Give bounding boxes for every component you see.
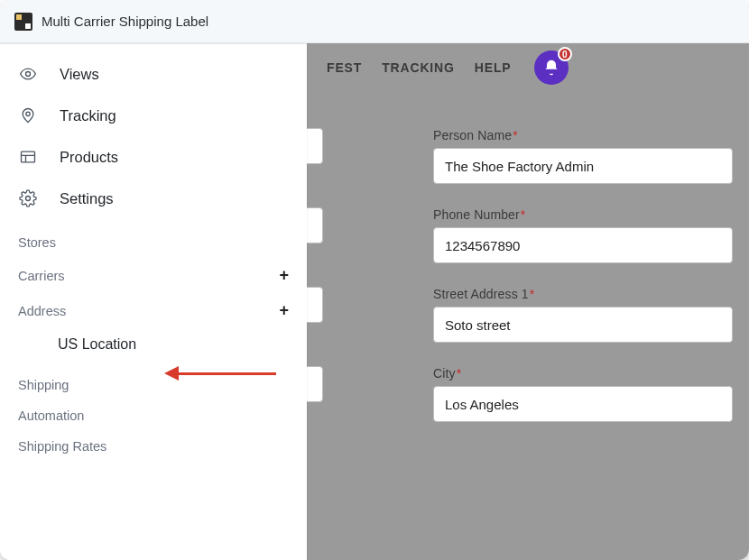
sidebar-section-shipping-rates[interactable]: Shipping Rates xyxy=(0,430,307,461)
required-mark: * xyxy=(513,128,518,142)
input-street-address-1[interactable] xyxy=(433,307,733,343)
sidebar-item-label: Settings xyxy=(60,190,114,207)
label-city: City* xyxy=(433,366,733,381)
section-label: Shipping xyxy=(18,378,69,392)
add-address-button[interactable]: + xyxy=(279,301,289,320)
input-person-name[interactable] xyxy=(433,148,733,184)
label-street-address-1: Street Address 1* xyxy=(433,287,733,301)
section-label: Shipping Rates xyxy=(18,439,106,454)
sidebar-main-nav: Views Tracking Products xyxy=(0,53,307,219)
bell-icon xyxy=(542,59,560,77)
app-window: Multi Carrier Shipping Label FEST TRACKI… xyxy=(0,0,749,560)
svg-point-0 xyxy=(26,72,31,77)
sidebar: Views Tracking Products xyxy=(0,43,307,560)
section-label: Automation xyxy=(18,409,84,423)
annotation-arrow-icon xyxy=(164,366,276,381)
svg-rect-2 xyxy=(22,151,35,162)
sidebar-section-address[interactable]: Address + xyxy=(0,292,307,327)
label-person-name: Person Name* xyxy=(433,128,733,142)
sidebar-section-stores[interactable]: Stores xyxy=(0,226,307,257)
sidebar-item-products[interactable]: Products xyxy=(0,136,307,178)
section-label: Address xyxy=(18,304,66,318)
gear-icon xyxy=(18,189,38,207)
nav-item-help[interactable]: HELP xyxy=(475,60,512,75)
notifications-badge: 0 xyxy=(558,47,572,61)
sidebar-item-tracking[interactable]: Tracking xyxy=(0,95,307,136)
input-city[interactable] xyxy=(433,386,733,422)
pin-icon xyxy=(18,106,38,124)
sidebar-item-us-location[interactable]: US Location xyxy=(0,327,307,362)
label-phone-number: Phone Number* xyxy=(433,207,733,222)
add-carrier-button[interactable]: + xyxy=(279,266,289,285)
svg-point-1 xyxy=(26,112,30,115)
sidebar-section-carriers[interactable]: Carriers + xyxy=(0,257,307,292)
notifications-button[interactable]: 0 xyxy=(534,50,569,85)
sidebar-item-settings[interactable]: Settings xyxy=(0,178,307,219)
sidebar-item-label: Tracking xyxy=(60,107,116,124)
svg-point-5 xyxy=(26,197,31,201)
top-nav: FEST TRACKING HELP 0 xyxy=(307,43,749,92)
eye-icon xyxy=(18,65,38,83)
section-label: Stores xyxy=(18,235,56,250)
layout-icon xyxy=(18,148,38,166)
required-mark: * xyxy=(530,287,535,301)
titlebar: Multi Carrier Shipping Label xyxy=(0,0,749,43)
sidebar-section-automation[interactable]: Automation xyxy=(0,399,307,430)
input-phone-number[interactable] xyxy=(433,227,733,263)
content-overlay: FEST TRACKING HELP 0 Person Name* xyxy=(307,43,749,560)
section-label: Carriers xyxy=(18,269,65,283)
nav-item-fest[interactable]: FEST xyxy=(327,60,362,75)
address-form: Person Name* Phone Number* xyxy=(307,92,749,422)
sidebar-item-label: Views xyxy=(60,66,99,83)
sidebar-item-views[interactable]: Views xyxy=(0,53,307,95)
required-mark: * xyxy=(521,207,526,222)
required-mark: * xyxy=(457,366,462,381)
sidebar-item-label: Products xyxy=(60,149,118,166)
app-body: FEST TRACKING HELP 0 Person Name* xyxy=(0,43,749,560)
app-title: Multi Carrier Shipping Label xyxy=(42,14,208,29)
nav-item-tracking[interactable]: TRACKING xyxy=(382,60,455,75)
app-logo-icon xyxy=(14,13,32,31)
